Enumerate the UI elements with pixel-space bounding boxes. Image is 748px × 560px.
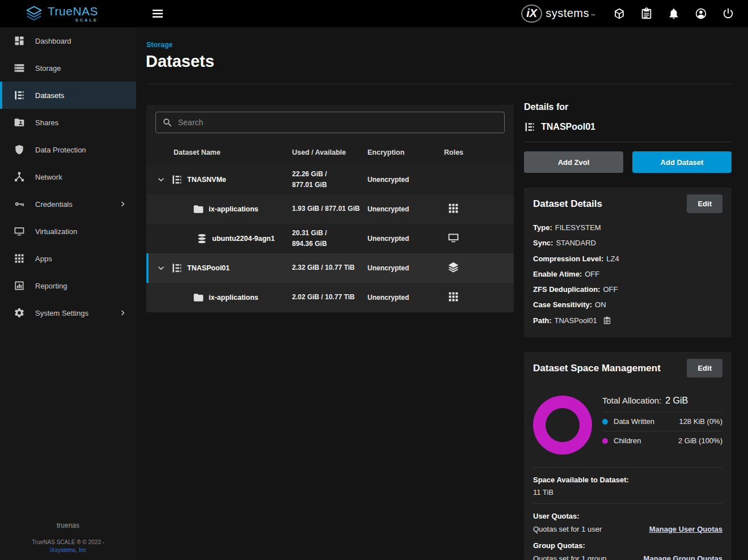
legend-data-written: Data Written 128 KiB (0%) bbox=[602, 411, 722, 431]
field-row-path: Path:TNASPool01 bbox=[533, 313, 722, 328]
shares-icon bbox=[14, 117, 25, 128]
sidebar-item-label: Storage bbox=[35, 64, 61, 73]
search-field[interactable] bbox=[155, 112, 505, 133]
power-icon[interactable] bbox=[722, 7, 734, 20]
search-input[interactable] bbox=[178, 118, 498, 127]
encryption-status: Unencrypted bbox=[367, 176, 444, 184]
sidebar-item-storage[interactable]: Storage bbox=[0, 54, 136, 82]
table-row[interactable]: ix-applications 1.93 GiB / 877.01 GiB Un… bbox=[146, 194, 514, 224]
monitor-icon bbox=[14, 226, 25, 237]
sidebar-item-label: Apps bbox=[35, 254, 52, 263]
apps-grid-icon bbox=[447, 202, 459, 214]
sidebar-item-virtualization[interactable]: Virtualization bbox=[0, 218, 136, 245]
hamburger-menu-icon[interactable] bbox=[151, 7, 164, 20]
trademark-symbol: ™ bbox=[590, 13, 595, 18]
table-row-selected[interactable]: TNASPool01 2.32 GiB / 10.77 TiB Unencryp… bbox=[146, 253, 514, 283]
space-available-label: Space Available to Dataset: bbox=[533, 476, 722, 484]
field-row: Case Sensitivity:ON bbox=[533, 297, 722, 312]
manage-group-quotas-link[interactable]: Manage Group Quotas bbox=[644, 554, 722, 560]
chevron-down-icon[interactable] bbox=[155, 174, 167, 185]
divider bbox=[533, 503, 722, 504]
jobs-icon[interactable] bbox=[640, 7, 653, 20]
edit-dataset-details-button[interactable]: Edit bbox=[687, 194, 722, 213]
legend-children: Children 2 GiB (100%) bbox=[602, 431, 722, 450]
dataset-details-card: Dataset Details Edit Type:FILESYSTEM Syn… bbox=[524, 188, 732, 337]
key-icon bbox=[14, 198, 25, 210]
roles-cell bbox=[444, 291, 514, 305]
sidebar-item-shares[interactable]: Shares bbox=[0, 109, 136, 136]
sidebar-item-credentials[interactable]: Credentials bbox=[0, 190, 136, 218]
edit-space-management-button[interactable]: Edit bbox=[687, 359, 722, 377]
sidebar-footer: truenas TrueNAS SCALE ® © 2023 - iXsyste… bbox=[0, 521, 136, 553]
table-row[interactable]: ubuntu2204-9agn1 20.31 GiB / 894.36 GiB … bbox=[146, 224, 514, 253]
roles-cell bbox=[444, 232, 514, 246]
sidebar-item-label: Shares bbox=[35, 118, 58, 127]
breadcrumb[interactable]: Storage bbox=[146, 41, 173, 49]
encryption-status: Unencrypted bbox=[367, 294, 444, 302]
used-available: 20.31 GiB / 894.36 GiB bbox=[292, 228, 367, 249]
copy-path-icon[interactable] bbox=[603, 316, 611, 325]
chevron-right-icon bbox=[118, 199, 128, 209]
selected-dataset-name: TNASPool01 bbox=[541, 122, 595, 132]
divider bbox=[524, 142, 732, 142]
roles-cell bbox=[444, 261, 514, 275]
dataset-name: TNASNVMe bbox=[187, 176, 226, 184]
dataset-icon bbox=[171, 262, 183, 274]
network-icon bbox=[14, 171, 25, 183]
brand-edition: SCALE bbox=[75, 18, 98, 23]
sidebar-item-system-settings[interactable]: System Settings bbox=[0, 299, 136, 326]
sidebar-item-label: Credentials bbox=[35, 200, 73, 209]
account-icon[interactable] bbox=[695, 7, 707, 20]
used-available: 1.93 GiB / 877.01 GiB bbox=[292, 203, 367, 214]
dataset-name: TNASPool01 bbox=[187, 264, 230, 272]
company-link[interactable]: iXsystems, Inc bbox=[0, 547, 136, 553]
sidebar-item-datasets[interactable]: Datasets bbox=[0, 82, 136, 109]
space-donut-chart bbox=[533, 396, 592, 455]
user-quotas-row: Quotas set for 1 user Manage User Quotas bbox=[533, 525, 722, 533]
sidebar-item-label: Data Protection bbox=[35, 146, 86, 154]
truecommand-icon[interactable] bbox=[613, 7, 626, 20]
sidebar-item-data-protection[interactable]: Data Protection bbox=[0, 136, 136, 163]
folder-icon bbox=[193, 292, 204, 303]
zvol-icon bbox=[196, 233, 208, 244]
sidebar: Dashboard Storage Datasets Shares Data P… bbox=[0, 27, 136, 560]
apps-icon bbox=[14, 253, 25, 264]
chevron-down-icon[interactable] bbox=[155, 262, 167, 274]
hostname: truenas bbox=[0, 521, 136, 529]
sidebar-item-reporting[interactable]: Reporting bbox=[0, 272, 136, 299]
add-dataset-button[interactable]: Add Dataset bbox=[632, 151, 732, 173]
space-management-card: Dataset Space Management Edit Total Allo… bbox=[524, 352, 732, 560]
details-panel: Details for TNASPool01 Add Zvol Add Data… bbox=[524, 97, 732, 560]
ix-suffix: systems bbox=[546, 7, 589, 20]
column-header: Encryption bbox=[367, 149, 444, 156]
page-title: Datasets bbox=[146, 52, 214, 71]
folder-icon bbox=[193, 203, 204, 215]
sidebar-item-dashboard[interactable]: Dashboard bbox=[0, 27, 136, 54]
apps-grid-icon bbox=[447, 291, 459, 303]
sidebar-item-label: Network bbox=[35, 173, 62, 181]
add-zvol-button[interactable]: Add Zvol bbox=[524, 151, 623, 173]
column-header: Dataset Name bbox=[146, 149, 292, 156]
roles-cell bbox=[444, 202, 514, 217]
header-divider bbox=[146, 84, 732, 84]
total-allocation: Total Allocation:2 GiB bbox=[602, 391, 722, 411]
table-row[interactable]: TNASNVMe 22.26 GiB / 877.01 GiB Unencryp… bbox=[146, 165, 514, 194]
brand-name: TrueNAS bbox=[48, 5, 98, 17]
truenas-logo[interactable]: TrueNAS SCALE bbox=[0, 5, 136, 23]
table-header: Dataset Name Used / Available Encryption… bbox=[146, 140, 514, 165]
dataset-name: ix-applications bbox=[209, 205, 259, 213]
column-header: Roles bbox=[444, 149, 514, 156]
group-quotas-label: Group Quotas: bbox=[533, 541, 722, 550]
dataset-name: ix-applications bbox=[209, 294, 259, 302]
legend-dot-blue bbox=[602, 419, 608, 425]
manage-user-quotas-link[interactable]: Manage User Quotas bbox=[649, 525, 722, 533]
notifications-icon[interactable] bbox=[667, 7, 680, 20]
selected-dataset: TNASPool01 bbox=[524, 121, 732, 133]
field-row: Enable Atime:OFF bbox=[533, 266, 722, 282]
sidebar-item-apps[interactable]: Apps bbox=[0, 245, 136, 272]
table-row[interactable]: ix-applications 2.02 GiB / 10.77 TiB Une… bbox=[146, 283, 514, 312]
used-available: 2.02 GiB / 10.77 TiB bbox=[292, 292, 367, 303]
card-title: Dataset Space Management bbox=[533, 363, 661, 374]
divider bbox=[533, 467, 722, 468]
sidebar-item-network[interactable]: Network bbox=[0, 163, 136, 190]
